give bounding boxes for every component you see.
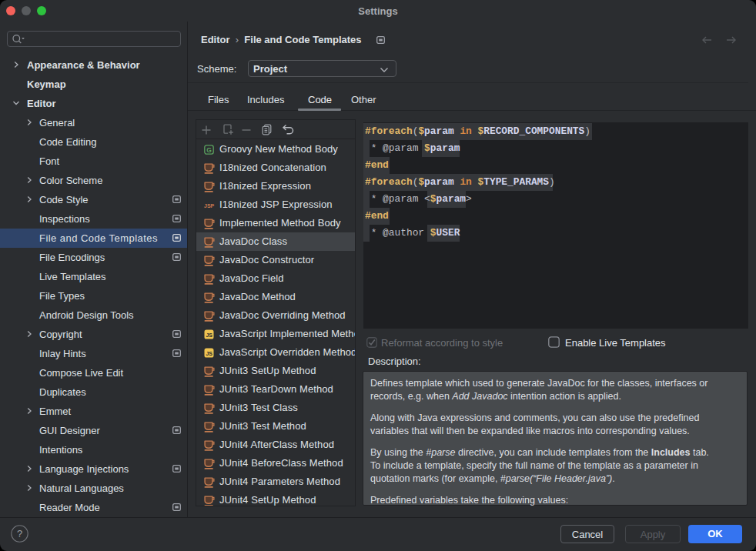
svg-text:JSP: JSP bbox=[204, 203, 215, 209]
svg-text:G: G bbox=[206, 146, 212, 154]
svg-text:JS: JS bbox=[206, 351, 212, 356]
svg-text:JS: JS bbox=[206, 332, 212, 338]
svg-text:?: ? bbox=[17, 528, 22, 539]
